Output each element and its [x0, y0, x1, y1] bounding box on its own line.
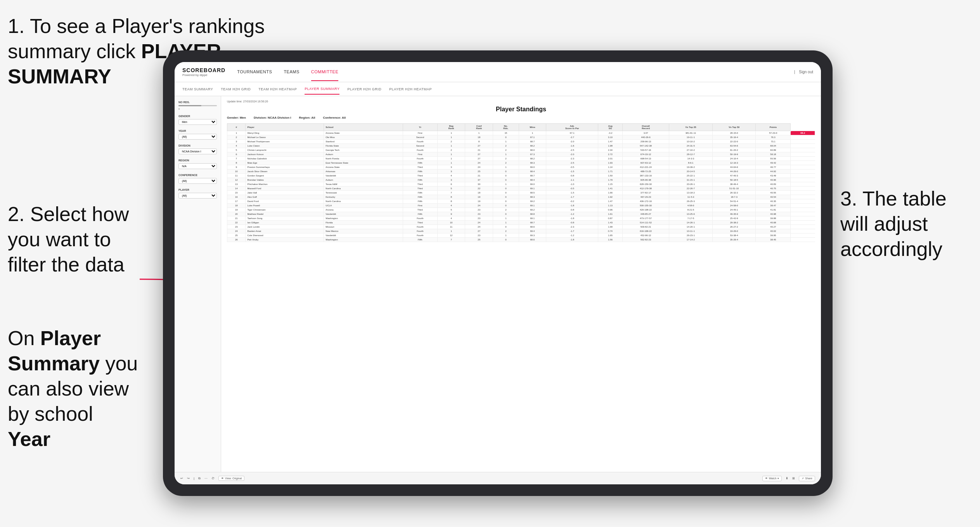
table-cell: Washington: [324, 216, 403, 221]
table-cell: -1.7: [546, 195, 598, 199]
table-cell: 0: [493, 191, 519, 195]
table-cell: 69.3: [519, 233, 546, 238]
toolbar-view-label: View: Original: [225, 477, 242, 480]
table-cell: 0: [493, 174, 519, 178]
table-cell: -1.0: [546, 182, 598, 187]
table-cell: 19-26-0: [712, 229, 756, 233]
table-cell: -0.8: [546, 208, 598, 212]
table-cell: 12: [437, 233, 465, 238]
toolbar-copy[interactable]: ⧉: [198, 477, 201, 480]
region-select[interactable]: N/A: [178, 163, 217, 169]
player-select[interactable]: (All): [178, 193, 217, 199]
table-cell: 1.14: [598, 165, 623, 169]
table-cell: 40.02: [756, 229, 791, 233]
table-cell: 1: [227, 131, 246, 135]
table-cell: 67.1: [546, 131, 598, 135]
sub-nav-team-h2h-grid[interactable]: TEAM H2H GRID: [221, 84, 251, 94]
table-row: 17David FordNorth CarolinaFifth819069.2-…: [227, 199, 815, 204]
no-rds-value: 0: [178, 108, 217, 110]
table-row: 3Michael ThorbjornsenStanfordFourth28168…: [227, 140, 815, 144]
table-cell: 488-72-25: [622, 169, 669, 174]
filter-region: Region N/A: [178, 159, 217, 169]
table-row: 15Jake HallTennesseeFifth718068.5-1.51.6…: [227, 191, 815, 195]
table-cell: 68.0: [519, 148, 546, 152]
gender-select[interactable]: Men: [178, 119, 217, 125]
sign-out-link[interactable]: Sign out: [799, 70, 813, 74]
col-avg-sg: AvgSG: [598, 124, 623, 131]
table-cell: First: [403, 204, 437, 208]
toolbar-share-btn[interactable]: ↗ Share: [799, 476, 815, 481]
table-cell: 60.89: [756, 148, 791, 152]
table-cell: 4-58-0: [669, 204, 713, 208]
nav-tournaments[interactable]: TOURNAMENTS: [237, 63, 272, 81]
table-cell: 616-168-22: [622, 229, 669, 233]
instruction-step3: 3. The table will adjust accordingly: [840, 186, 972, 262]
table-cell: -2.5: [546, 148, 598, 152]
table-cell: 61-20-2: [712, 148, 756, 152]
table-cell: 6: [437, 182, 465, 187]
table-row: 10Jacob Skov OlesenArkansasFifth325068.4…: [227, 169, 815, 174]
sub-nav-team-summary[interactable]: TEAM SUMMARY: [182, 84, 213, 94]
table-cell: 76.3: [756, 135, 791, 140]
filters-panel: No Rds. 0 Gender Men Year (All): [175, 96, 221, 472]
instruction-note: On PlayerSummary you can also viewby sch…: [8, 326, 140, 452]
conference-select[interactable]: (All): [178, 178, 217, 184]
sub-nav-player-h2h-heatmap[interactable]: PLAYER H2H HEATMAP: [389, 84, 432, 94]
filter-region-display: Region: All: [299, 116, 315, 119]
toolbar-undo[interactable]: ↩: [180, 477, 183, 480]
table-cell: North Carolina: [324, 199, 403, 204]
table-cell: 1: [437, 135, 465, 140]
table-cell: 10: [227, 169, 246, 174]
year-select[interactable]: (All): [178, 134, 217, 140]
table-cell: 24-31-5: [669, 144, 713, 148]
conference-label: Conference: [178, 174, 217, 176]
col-conf-rank: ConfRank: [465, 124, 493, 131]
table-cell: Florida: [324, 221, 403, 225]
table-cell: 0: [493, 169, 519, 174]
table-cell: New Mexico: [324, 229, 403, 233]
table-cell: 19: [465, 195, 493, 199]
filter-conference: Conference (All): [178, 174, 217, 184]
table-cell: 27: [465, 157, 493, 161]
sub-nav-player-h2h-grid[interactable]: PLAYER H2H GRID: [347, 84, 381, 94]
table-row: 18Luke PowellUCLAFirst424069.1-1.81.1350…: [227, 204, 815, 208]
table-cell: 1: [465, 131, 493, 135]
table-cell: 38-46-4: [712, 182, 756, 187]
table-cell: 24: [227, 229, 246, 233]
table-cell: 0: [493, 199, 519, 204]
toolbar-watch-btn[interactable]: 👁 Watch ▾: [762, 476, 782, 481]
table-cell: 68.6: [519, 225, 546, 229]
table-cell: -1.6: [546, 144, 598, 148]
table-cell: -2.3: [546, 225, 598, 229]
table-cell: 10: [437, 221, 465, 225]
standings-gender: Gender: Men: [227, 116, 246, 119]
table-cell: David Ford: [246, 199, 324, 204]
table-cell: 5: [437, 208, 465, 212]
toolbar-view-btn[interactable]: 👁 View: Original: [218, 476, 244, 481]
division-select[interactable]: NCAA Division I: [178, 149, 217, 154]
table-cell: 3.07: [622, 131, 669, 135]
watch-icon: 👁: [765, 477, 768, 480]
table-cell: 68.3: [519, 195, 546, 199]
toolbar-redo[interactable]: ↪: [187, 477, 190, 480]
sub-nav-player-summary[interactable]: PLAYER SUMMARY: [305, 84, 339, 95]
toolbar-download[interactable]: ⬇: [786, 477, 788, 480]
toolbar-more[interactable]: ⋯: [204, 477, 208, 480]
sub-nav-team-h2h-heatmap[interactable]: TEAM H2H HEATMAP: [258, 84, 297, 94]
table-cell: Georgia Tech: [324, 148, 403, 152]
table-cell: 19: [227, 208, 246, 212]
nav-links: TOURNAMENTS TEAMS COMMITTEE: [237, 63, 794, 81]
table-cell: 4: [437, 204, 465, 208]
table-cell: 1.50: [598, 174, 623, 178]
table-cell: 3: [437, 178, 465, 182]
table-cell: 1.61: [598, 212, 623, 216]
nav-committee[interactable]: COMMITTEE: [311, 63, 339, 81]
nav-teams[interactable]: TEAMS: [284, 63, 299, 81]
table-cell: Arkansas: [324, 169, 403, 174]
table-cell: 674-33-12: [622, 152, 669, 157]
standings-division: Division: NCAA Division I: [254, 116, 291, 119]
toolbar-grid[interactable]: ⊞: [792, 477, 795, 480]
no-rds-slider[interactable]: [178, 105, 217, 106]
table-cell: Bastien Amat: [246, 229, 324, 233]
toolbar-clock[interactable]: ⏱: [211, 477, 215, 480]
